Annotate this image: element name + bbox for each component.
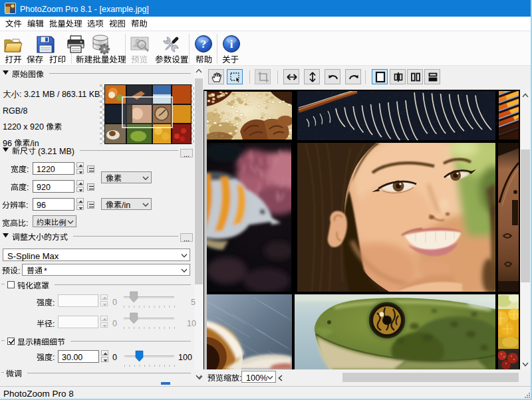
svg-text::: : — [239, 373, 241, 383]
svg-text:*: * — [44, 266, 47, 276]
svg-text:5: 5 — [191, 298, 196, 307]
svg-text::: : — [26, 219, 28, 228]
svg-text:96: 96 — [37, 201, 46, 210]
svg-text:...: ... — [184, 235, 190, 243]
svg-text:100%: 100% — [246, 373, 267, 383]
svg-text:0: 0 — [112, 319, 117, 328]
svg-text:0: 0 — [112, 353, 117, 362]
svg-text:1220 x 920: 1220 x 920 — [3, 122, 44, 132]
svg-text:100: 100 — [178, 353, 192, 362]
svg-text:S-Spline Max: S-Spline Max — [7, 251, 59, 261]
svg-text:RGB/8: RGB/8 — [3, 106, 28, 116]
svg-text::: : — [53, 298, 55, 308]
svg-text:10: 10 — [187, 319, 196, 328]
svg-text::: : — [18, 266, 20, 276]
svg-text:96: 96 — [3, 139, 12, 148]
svg-text:PhotoZoom Pro 8: PhotoZoom Pro 8 — [3, 389, 74, 399]
svg-text:PhotoZoom Pro 8.1 - [example.j: PhotoZoom Pro 8.1 - [example.jpg] — [20, 5, 149, 14]
svg-text:1220: 1220 — [37, 165, 55, 174]
svg-text::: : — [53, 320, 55, 329]
svg-text::: : — [27, 165, 29, 174]
svg-text:30.00: 30.00 — [62, 353, 82, 362]
svg-text:0: 0 — [112, 298, 117, 307]
svg-text:/in: /in — [122, 201, 130, 210]
svg-text::: : — [53, 353, 55, 362]
svg-text:920: 920 — [37, 183, 51, 192]
svg-text:(3.21 MB): (3.21 MB) — [38, 147, 74, 156]
svg-text:...: ... — [184, 150, 190, 158]
svg-text::: : — [27, 183, 29, 192]
svg-text:例: 例 — [59, 219, 66, 227]
svg-text::: : — [26, 201, 28, 210]
svg-text:大小: 3.21 MB / 863.11 KB: 大小: 3.21 MB / 863.11 KB — [3, 90, 100, 99]
